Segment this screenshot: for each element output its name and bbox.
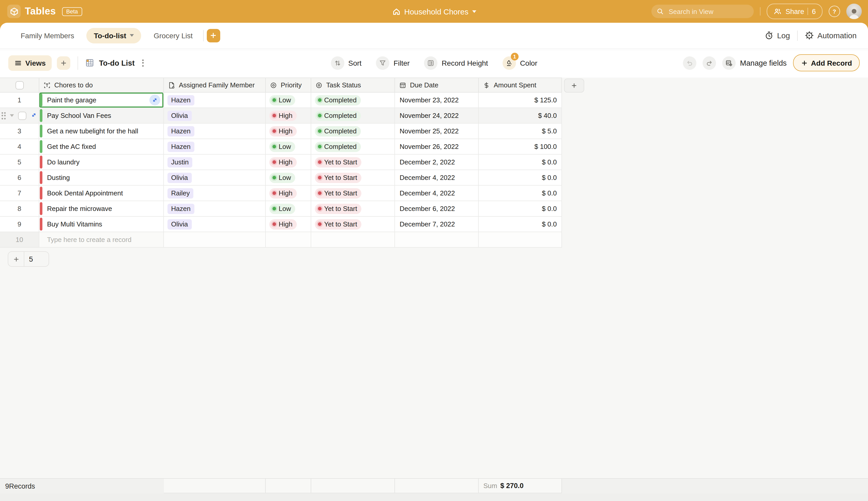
cell-amount-spent[interactable]: $ 0.0: [479, 217, 562, 232]
share-button[interactable]: Share 6: [767, 4, 823, 19]
footer-sum-cell[interactable]: Sum $ 270.0: [479, 479, 562, 493]
cell-due-date[interactable]: December 4, 2022: [395, 170, 479, 185]
cell-due-date[interactable]: December 6, 2022: [395, 201, 479, 217]
new-record-input-cell[interactable]: Type here to create a record: [39, 232, 164, 248]
workspace-switcher[interactable]: Household Chores: [392, 0, 476, 23]
row-number[interactable]: 6: [0, 170, 39, 185]
row-number[interactable]: 5: [0, 154, 39, 170]
cell-task-status[interactable]: Yet to Start: [311, 185, 395, 201]
select-all-checkbox[interactable]: [15, 81, 23, 89]
cell-task-status[interactable]: Yet to Start: [311, 217, 395, 232]
select-all-checkbox-cell[interactable]: [0, 77, 39, 93]
user-avatar[interactable]: [846, 4, 862, 19]
row-number[interactable]: 7: [0, 185, 39, 201]
cell-amount-spent[interactable]: $ 0.0: [479, 170, 562, 185]
new-record-row[interactable]: 10Type here to create a record: [0, 232, 562, 248]
column-header-amount-spent[interactable]: Amount Spent: [479, 77, 562, 93]
view-menu-kebab-icon[interactable]: [139, 57, 147, 68]
sort-button[interactable]: Sort: [331, 56, 361, 70]
cell-due-date[interactable]: November 26, 2022: [395, 139, 479, 154]
drag-handle-icon[interactable]: [2, 112, 6, 119]
add-view-button[interactable]: [57, 56, 71, 70]
row-number[interactable]: 9: [0, 217, 39, 232]
cell-chore[interactable]: Do laundry: [39, 154, 164, 170]
cell-due-date[interactable]: December 4, 2022: [395, 185, 479, 201]
add-rows-control[interactable]: 5: [8, 251, 49, 267]
cell-chore[interactable]: Get the AC fixed: [39, 139, 164, 154]
cell-empty[interactable]: [164, 232, 266, 248]
cell-due-date[interactable]: November 23, 2022: [395, 93, 479, 108]
cell-amount-spent[interactable]: $ 0.0: [479, 154, 562, 170]
log-button[interactable]: Log: [764, 31, 790, 40]
column-header-chores-to-do[interactable]: Chores to do: [39, 77, 164, 93]
cell-assigned-member[interactable]: Hazen: [164, 93, 266, 108]
cell-task-status[interactable]: Completed: [311, 124, 395, 139]
row-chevron-down-icon[interactable]: [10, 114, 14, 117]
add-row-count-input[interactable]: 5: [24, 252, 49, 266]
cell-priority[interactable]: Low: [266, 139, 311, 154]
row-number[interactable]: 1: [0, 93, 39, 108]
search-input[interactable]: [668, 7, 749, 16]
cell-chore[interactable]: Paint the garage: [39, 93, 164, 108]
undo-button[interactable]: [683, 56, 697, 70]
views-button[interactable]: Views: [8, 55, 52, 71]
cell-chore[interactable]: Book Dental Appointment: [39, 185, 164, 201]
cell-empty[interactable]: [266, 232, 311, 248]
add-field-button[interactable]: [564, 78, 584, 93]
cell-amount-spent[interactable]: $ 0.0: [479, 201, 562, 217]
cell-empty[interactable]: [479, 232, 562, 248]
cell-assigned-member[interactable]: Hazen: [164, 139, 266, 154]
cell-task-status[interactable]: Yet to Start: [311, 170, 395, 185]
cell-priority[interactable]: Low: [266, 170, 311, 185]
search-box[interactable]: [652, 5, 754, 18]
redo-button[interactable]: [703, 56, 716, 70]
expand-row-icon[interactable]: [31, 111, 37, 120]
app-logo-icon[interactable]: [7, 5, 21, 18]
expand-record-button[interactable]: [149, 95, 160, 106]
manage-fields-button[interactable]: Manage fields: [722, 56, 787, 70]
automation-button[interactable]: Automation: [805, 31, 857, 40]
cell-assigned-member[interactable]: Olivia: [164, 108, 266, 124]
cell-assigned-member[interactable]: Olivia: [164, 170, 266, 185]
cell-amount-spent[interactable]: $ 40.0: [479, 108, 562, 124]
cell-priority[interactable]: High: [266, 154, 311, 170]
cell-due-date[interactable]: November 24, 2022: [395, 108, 479, 124]
filter-button[interactable]: Filter: [376, 56, 410, 70]
cell-task-status[interactable]: Completed: [311, 139, 395, 154]
column-header-due-date[interactable]: Due Date: [395, 77, 479, 93]
footer-aggregate-cell[interactable]: [164, 479, 266, 493]
row-checkbox[interactable]: [18, 111, 26, 120]
cell-due-date[interactable]: December 2, 2022: [395, 154, 479, 170]
cell-priority[interactable]: High: [266, 108, 311, 124]
cell-chore[interactable]: Get a new tubelight for the hall: [39, 124, 164, 139]
cell-chore[interactable]: Repair the microwave: [39, 201, 164, 217]
column-header-assigned-family-member[interactable]: Assigned Family Member: [164, 77, 266, 93]
cell-due-date[interactable]: November 25, 2022: [395, 124, 479, 139]
cell-amount-spent[interactable]: $ 0.0: [479, 185, 562, 201]
record-height-button[interactable]: Record Height: [424, 56, 488, 70]
color-button[interactable]: 1 Color: [503, 56, 537, 70]
table-tab-grocery-list[interactable]: Grocery List: [146, 28, 200, 43]
cell-assigned-member[interactable]: Hazen: [164, 201, 266, 217]
cell-chore[interactable]: Pay School Van Fees: [39, 108, 164, 124]
cell-task-status[interactable]: Completed: [311, 108, 395, 124]
add-row-button[interactable]: [8, 252, 24, 266]
cell-assigned-member[interactable]: Railey: [164, 185, 266, 201]
cell-chore[interactable]: Buy Multi Vitamins: [39, 217, 164, 232]
column-header-task-status[interactable]: Task Status: [311, 77, 395, 93]
cell-amount-spent[interactable]: $ 100.0: [479, 139, 562, 154]
cell-amount-spent[interactable]: $ 5.0: [479, 124, 562, 139]
cell-assigned-member[interactable]: Hazen: [164, 124, 266, 139]
cell-priority[interactable]: High: [266, 124, 311, 139]
table-tab-family-members[interactable]: Family Members: [13, 28, 82, 43]
row-number[interactable]: 3: [0, 124, 39, 139]
cell-priority[interactable]: High: [266, 217, 311, 232]
cell-due-date[interactable]: December 7, 2022: [395, 217, 479, 232]
table-tab-to-do-list[interactable]: To-do-list: [87, 28, 141, 43]
cell-empty[interactable]: [395, 232, 479, 248]
footer-aggregate-cell[interactable]: [395, 479, 479, 493]
cell-assigned-member[interactable]: Justin: [164, 154, 266, 170]
row-number[interactable]: 4: [0, 139, 39, 154]
help-button[interactable]: ?: [829, 6, 840, 17]
add-table-button[interactable]: [206, 29, 220, 42]
